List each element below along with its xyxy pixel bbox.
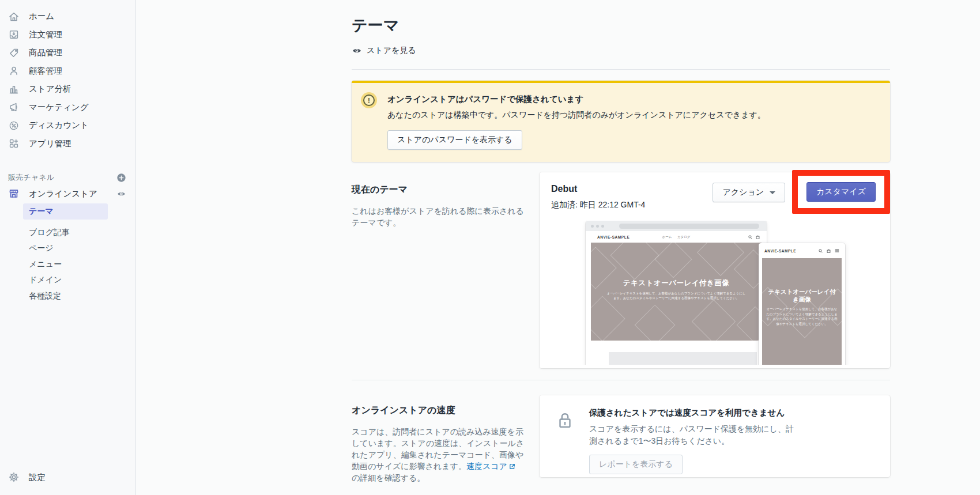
page-placeholder-bar [609, 352, 757, 365]
annotation-highlight-box: カスタマイズ [792, 170, 890, 214]
mock-nav-catalog: カタログ [677, 235, 691, 239]
hero-body: オーバーレイテキストを使用して、お客様があなたのブランドについてよく理解できるよ… [606, 291, 747, 300]
theme-added-date: 追加済: 昨日 22:12 GMT-4 [551, 200, 645, 210]
decor-diamond [654, 243, 692, 278]
page-title: テーマ [352, 15, 890, 36]
mobile-hero-image: テキストオーバーレイ付き画像 オーバーレイテキストを使用して、お客様があなたのブ… [762, 258, 842, 365]
marketing-icon [8, 101, 20, 113]
sidebar-item-label: マーケティング [29, 102, 89, 113]
current-theme-description: これはお客様がストアを訪れる際に表示されるテーマです。 [352, 205, 525, 228]
mock-store-logo: ANVIE-SAMPLE [597, 235, 630, 239]
sidebar-item-menus[interactable]: メニュー [23, 256, 108, 273]
products-icon [8, 47, 20, 59]
view-store-label: ストアを見る [367, 46, 416, 56]
sidebar-item-settings[interactable]: 設定 [0, 467, 135, 487]
lock-icon [555, 410, 575, 466]
subnav-label: ブログ記事 [29, 228, 70, 238]
desktop-hero-image: テキストオーバーレイ付き画像 オーバーレイテキストを使用して、お客様があなたのブ… [591, 243, 762, 341]
customers-icon [8, 65, 20, 77]
external-link-icon [509, 463, 515, 470]
view-report-button[interactable]: レポートを表示する [589, 455, 683, 474]
speed-heading: オンラインストアの速度 [352, 405, 538, 417]
home-icon [8, 11, 20, 22]
current-theme-heading: 現在のテーマ [352, 184, 538, 196]
sidebar-item-preferences[interactable]: 各種設定 [23, 288, 108, 304]
online-store-subnav: テーマ ブログ記事 ページ メニュー ドメイン 各種設定 [0, 203, 135, 304]
sidebar-item-label: ホーム [29, 11, 54, 22]
discounts-icon [8, 120, 20, 131]
password-protection-banner: ! オンラインストアはパスワードで保護されています あなたのストアは構築中です。… [352, 81, 890, 162]
main-navigation: ホーム 注文管理 商品管理 顧客管理 ストア分析 [0, 0, 135, 153]
speed-card-body: スコアを表示するには、パスワード保護を無効にし、計測されるまで1〜3日お待ちくだ… [589, 423, 797, 447]
online-store-label: オンラインストア [29, 188, 97, 199]
browser-chrome [586, 221, 767, 231]
sidebar-item-home[interactable]: ホーム [0, 7, 135, 26]
theme-preview-thumbnail: ホーム カタログ ANVIE-SAMPLE [551, 221, 879, 365]
actions-dropdown-button[interactable]: アクション [713, 183, 785, 202]
sidebar-item-label: 商品管理 [29, 47, 62, 58]
desktop-preview-mockup: ホーム カタログ ANVIE-SAMPLE [586, 221, 767, 365]
sidebar-item-label: アプリ管理 [29, 138, 71, 149]
warning-icon: ! [363, 95, 375, 106]
apps-icon [8, 138, 20, 149]
decor-diamond [591, 296, 625, 341]
main-content: テーマ ストアを見る ! オンラインストアはパスワードで保護されています あなた… [352, 0, 890, 483]
subnav-label: メニュー [29, 259, 62, 270]
search-icon [748, 235, 752, 239]
sidebar-item-pages[interactable]: ページ [23, 241, 108, 257]
sidebar-item-orders[interactable]: 注文管理 [0, 26, 135, 44]
subnav-label: 各種設定 [29, 291, 61, 301]
sidebar-item-themes[interactable]: テーマ [23, 203, 108, 220]
banner-title: オンラインストアはパスワードで保護されています [387, 94, 766, 105]
mobile-hero-title: テキストオーバーレイ付き画像 [766, 288, 838, 303]
settings-label: 設定 [29, 472, 46, 483]
decor-diamond [610, 243, 659, 279]
decor-diamond [692, 300, 736, 341]
add-channel-icon[interactable] [116, 173, 126, 183]
sidebar-item-domains[interactable]: ドメイン [23, 273, 108, 289]
sidebar-item-label: ディスカウント [29, 120, 89, 131]
sales-channels-label: 販売チャネル [8, 172, 54, 183]
search-icon [819, 249, 823, 253]
current-theme-section: 現在のテーマ これはお客様がストアを訪れる際に表示されるテーマです。 Debut… [352, 172, 890, 368]
mock-nav-home: ホーム [662, 235, 672, 239]
mobile-preview-mockup: ANVIE-SAMPLE テキストオーバーレイ付き画像 [759, 243, 845, 365]
sidebar-item-marketing[interactable]: マーケティング [0, 99, 135, 117]
customize-button[interactable]: カスタマイズ [806, 182, 876, 202]
decor-diamond [635, 305, 676, 341]
sidebar-item-analytics[interactable]: ストア分析 [0, 80, 135, 99]
eye-icon [352, 46, 362, 56]
hero-title: テキストオーバーレイ付き画像 [623, 278, 730, 288]
chevron-down-icon [770, 191, 775, 194]
subnav-label: テーマ [29, 206, 54, 217]
browser-url-bar [619, 224, 759, 229]
view-store-link[interactable]: ストアを見る [352, 46, 416, 56]
analytics-icon [8, 84, 20, 95]
speed-card: 保護されたストアでは速度スコアを利用できません スコアを表示するには、パスワード… [540, 395, 890, 477]
browser-dot [601, 225, 604, 228]
sidebar-item-online-store[interactable]: オンラインストア [0, 185, 135, 202]
sidebar-item-apps[interactable]: アプリ管理 [0, 135, 135, 153]
sidebar-item-label: 注文管理 [29, 29, 62, 40]
orders-icon [8, 29, 20, 40]
browser-dot [591, 225, 594, 228]
view-online-store-icon[interactable] [116, 189, 126, 199]
banner-body: あなたのストアは構築中です。パスワードを持つ訪問者のみがオンラインストアにアクセ… [387, 110, 766, 120]
sidebar-item-label: 顧客管理 [29, 66, 62, 77]
sidebar-item-discounts[interactable]: ディスカウント [0, 116, 135, 135]
section-divider [352, 380, 890, 380]
menu-icon [835, 248, 839, 253]
sidebar-item-blog-posts[interactable]: ブログ記事 [23, 225, 108, 241]
sales-channels-header: 販売チャネル [0, 170, 135, 185]
show-store-password-button[interactable]: ストアのパスワードを表示する [387, 130, 522, 150]
theme-card: Debut 追加済: 昨日 22:12 GMT-4 アクション カスタマイズ [540, 172, 890, 368]
speed-description: スコアは、訪問者にストアの読み込み速度を示しています。ストアの速度は、インストー… [352, 426, 525, 483]
header-divider [352, 69, 890, 70]
sidebar-item-customers[interactable]: 顧客管理 [0, 62, 135, 81]
decor-diamond [736, 306, 762, 341]
speed-description-suffix: の詳細を確認する。 [352, 473, 425, 482]
subnav-label: ページ [29, 243, 54, 254]
speed-score-link[interactable]: 速度スコア [466, 462, 507, 471]
sidebar-item-products[interactable]: 商品管理 [0, 44, 135, 62]
subnav-label: ドメイン [29, 275, 62, 285]
